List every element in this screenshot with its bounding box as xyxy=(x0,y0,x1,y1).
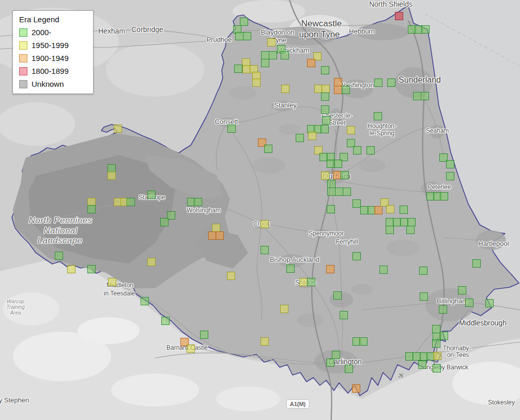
era-square-2000[interactable] xyxy=(458,286,466,294)
era-square-2000[interactable] xyxy=(286,265,295,273)
era-square-1900[interactable] xyxy=(216,231,224,240)
era-square-1950[interactable] xyxy=(187,345,195,353)
era-square-2000[interactable] xyxy=(433,364,441,372)
era-square-1950[interactable] xyxy=(108,278,116,286)
map-viewport[interactable]: North ShieldsNewcastleupon TyneHebburnSu… xyxy=(0,0,520,420)
era-square-2000[interactable] xyxy=(321,105,329,114)
era-square-2000[interactable] xyxy=(407,218,416,226)
era-square-2000[interactable] xyxy=(327,205,335,213)
era-square-2000[interactable] xyxy=(465,299,473,307)
era-square-2000[interactable] xyxy=(200,331,208,339)
era-square-1950[interactable] xyxy=(261,220,269,228)
era-square-2000[interactable] xyxy=(296,134,304,142)
era-square-2000[interactable] xyxy=(418,361,426,369)
era-square-2000[interactable] xyxy=(353,199,361,208)
era-square-2000[interactable] xyxy=(160,218,169,226)
era-square-2000[interactable] xyxy=(345,365,353,373)
era-square-2000[interactable] xyxy=(439,305,447,314)
era-square-2000[interactable] xyxy=(327,180,335,188)
era-square-2000[interactable] xyxy=(374,112,382,120)
era-square-1900[interactable] xyxy=(352,384,360,393)
era-square-2000[interactable] xyxy=(374,79,383,87)
era-square-2000[interactable] xyxy=(386,226,394,234)
era-square-1950[interactable] xyxy=(147,258,156,266)
era-square-2000[interactable] xyxy=(387,79,395,87)
era-square-1950[interactable] xyxy=(67,265,75,273)
era-square-2000[interactable] xyxy=(340,311,348,319)
era-square-2000[interactable] xyxy=(420,292,428,301)
era-square-1950[interactable] xyxy=(114,125,122,133)
era-square-2000[interactable] xyxy=(366,146,375,154)
era-square-2000[interactable] xyxy=(127,198,135,206)
era-square-2000[interactable] xyxy=(264,145,272,153)
era-square-1950[interactable] xyxy=(433,352,441,360)
era-square-2000[interactable] xyxy=(353,252,361,260)
era-square-1900[interactable] xyxy=(334,86,342,94)
era-square-2000[interactable] xyxy=(161,317,170,325)
era-square-2000[interactable] xyxy=(147,191,156,199)
era-square-2000[interactable] xyxy=(243,32,251,40)
era-square-2000[interactable] xyxy=(432,325,440,333)
era-square-2000[interactable] xyxy=(400,206,408,214)
era-square-2000[interactable] xyxy=(419,267,427,275)
era-square-2000[interactable] xyxy=(343,188,351,196)
era-square-2000[interactable] xyxy=(440,332,448,340)
era-square-2000[interactable] xyxy=(334,160,342,168)
era-square-2000[interactable] xyxy=(335,188,343,196)
era-square-2000[interactable] xyxy=(281,51,289,59)
era-square-2000[interactable] xyxy=(446,160,454,168)
era-square-2000[interactable] xyxy=(421,25,430,34)
era-square-1950[interactable] xyxy=(280,305,288,313)
era-square-1800[interactable] xyxy=(395,12,403,20)
era-square-1900[interactable] xyxy=(333,171,341,179)
era-square-2000[interactable] xyxy=(240,18,248,26)
era-square-2000[interactable] xyxy=(327,188,335,196)
era-square-1900[interactable] xyxy=(307,59,315,67)
era-square-2000[interactable] xyxy=(413,92,421,100)
era-square-1950[interactable] xyxy=(227,272,235,280)
era-square-2000[interactable] xyxy=(359,337,368,346)
era-square-1950[interactable] xyxy=(321,172,329,180)
era-square-2000[interactable] xyxy=(432,339,440,348)
era-square-2000[interactable] xyxy=(472,259,481,268)
era-square-2000[interactable] xyxy=(234,65,242,73)
era-square-2000[interactable] xyxy=(332,351,340,359)
era-square-2000[interactable] xyxy=(141,297,149,305)
era-square-2000[interactable] xyxy=(307,278,315,286)
era-square-1900[interactable] xyxy=(374,206,383,214)
era-square-1950[interactable] xyxy=(252,79,261,87)
era-square-2000[interactable] xyxy=(261,51,269,59)
era-square-2000[interactable] xyxy=(321,66,329,74)
era-square-2000[interactable] xyxy=(341,171,349,179)
era-square-2000[interactable] xyxy=(406,226,415,234)
era-square-1950[interactable] xyxy=(267,38,276,46)
era-square-2000[interactable] xyxy=(342,86,350,94)
era-square-1950[interactable] xyxy=(108,172,116,180)
era-square-2000[interactable] xyxy=(322,116,330,125)
era-square-2000[interactable] xyxy=(446,172,454,180)
era-square-2000[interactable] xyxy=(87,265,96,273)
era-square-2000[interactable] xyxy=(261,59,269,67)
era-square-2000[interactable] xyxy=(194,198,202,206)
era-square-2000[interactable] xyxy=(333,291,342,300)
era-square-2000[interactable] xyxy=(320,125,329,133)
era-square-2000[interactable] xyxy=(261,246,269,254)
era-square-1950[interactable] xyxy=(386,205,394,213)
era-square-1900[interactable] xyxy=(326,265,334,273)
era-square-2000[interactable] xyxy=(269,51,277,59)
era-square-1950[interactable] xyxy=(322,85,330,93)
era-square-1950[interactable] xyxy=(212,224,220,232)
era-square-1950[interactable] xyxy=(347,126,355,134)
era-square-2000[interactable] xyxy=(485,299,494,307)
era-square-2000[interactable] xyxy=(421,92,429,100)
era-square-1950[interactable] xyxy=(281,85,289,93)
era-square-2000[interactable] xyxy=(87,205,96,213)
era-square-2000[interactable] xyxy=(321,92,329,101)
era-square-1950[interactable] xyxy=(299,278,308,286)
era-square-1950[interactable] xyxy=(308,132,316,140)
era-square-2000[interactable] xyxy=(440,192,448,200)
era-square-2000[interactable] xyxy=(353,146,361,154)
era-square-1950[interactable] xyxy=(261,337,269,346)
era-square-1900[interactable] xyxy=(334,78,342,86)
era-square-2000[interactable] xyxy=(55,252,63,260)
